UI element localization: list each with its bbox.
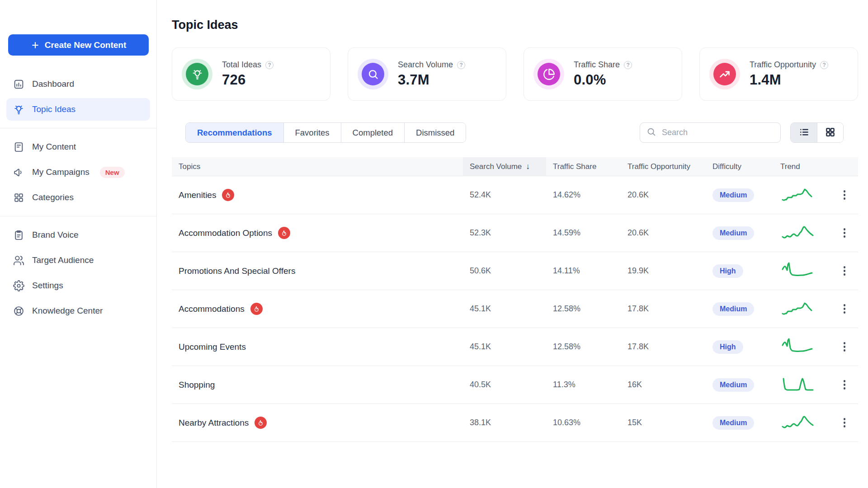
view-toggle	[790, 122, 844, 143]
difficulty-badge: Medium	[712, 378, 754, 392]
row-menu-button[interactable]	[835, 262, 854, 280]
table-row: Nearby Attractions 38.1K 10.63% 15K Medi…	[172, 404, 858, 442]
search-input[interactable]	[661, 127, 774, 138]
grid-icon	[13, 192, 24, 203]
sidebar-item-target-audience[interactable]: Target Audience	[6, 249, 150, 272]
table-row: Amenities 52.4K 14.62% 20.6K Medium	[172, 176, 858, 214]
sidebar-item-my-content[interactable]: My Content	[6, 136, 150, 158]
row-menu-button[interactable]	[835, 186, 854, 204]
page-title: Topic Ideas	[172, 18, 858, 32]
trend-cell	[774, 337, 831, 357]
column-header-actions	[831, 157, 858, 176]
plus-icon	[31, 41, 40, 50]
trend-sparkline	[780, 261, 816, 282]
search-volume-cell: 38.1K	[463, 418, 546, 427]
help-icon[interactable]	[265, 61, 274, 69]
stat-value: 726	[222, 72, 274, 88]
list-view-button[interactable]	[791, 123, 817, 142]
trend-sparkline	[780, 337, 816, 357]
topic-name: Promotions And Special Offers	[179, 266, 295, 276]
table-row: Promotions And Special Offers 50.6K 14.1…	[172, 252, 858, 290]
column-header-search-volume[interactable]: Search Volume	[463, 157, 546, 176]
stat-label: Search Volume	[398, 60, 453, 70]
row-menu-button[interactable]	[835, 224, 854, 242]
help-icon[interactable]	[820, 61, 828, 69]
column-header-traffic-share[interactable]: Traffic Share	[546, 157, 621, 176]
clipboard-icon	[13, 230, 24, 241]
table-header: Topics Search Volume Traffic Share Traff…	[172, 157, 858, 176]
nav-divider	[0, 128, 156, 128]
row-menu-button[interactable]	[835, 300, 854, 318]
traffic-share-cell: 11.3%	[546, 380, 621, 389]
controls-right	[640, 122, 844, 143]
stat-label: Total Ideas	[222, 60, 261, 70]
table-row: Accommodations 45.1K 12.58% 17.8K Medium	[172, 290, 858, 328]
stat-value: 0.0%	[574, 72, 632, 88]
tab-completed[interactable]: Completed	[341, 123, 405, 142]
tab-bar: RecommendationsFavoritesCompletedDismiss…	[185, 122, 466, 143]
sidebar-item-label: My Campaigns	[32, 167, 90, 177]
row-menu-button[interactable]	[835, 414, 854, 432]
stat-label: Traffic Share	[574, 60, 620, 70]
column-header-difficulty[interactable]: Difficulty	[706, 157, 774, 176]
users-icon	[13, 255, 24, 266]
help-icon[interactable]	[624, 61, 632, 69]
search-volume-cell: 52.4K	[463, 190, 546, 200]
sidebar-item-label: Knowledge Center	[32, 306, 103, 316]
sidebar-item-label: Settings	[32, 281, 63, 291]
difficulty-cell: Medium	[706, 226, 774, 240]
sidebar-item-knowledge-center[interactable]: Knowledge Center	[6, 300, 150, 322]
traffic-share-cell: 14.59%	[546, 228, 621, 238]
difficulty-badge: Medium	[712, 302, 754, 316]
row-menu-button[interactable]	[835, 338, 854, 356]
sidebar-item-dashboard[interactable]: Dashboard	[6, 73, 150, 95]
bar-chart-icon	[13, 79, 24, 90]
traffic-opportunity-cell: 19.9K	[621, 266, 706, 276]
traffic-opportunity-cell: 17.8K	[621, 342, 706, 352]
sidebar-item-topic-ideas[interactable]: Topic Ideas	[6, 98, 150, 121]
traffic-opportunity-cell: 20.6K	[621, 228, 706, 238]
difficulty-cell: Medium	[706, 302, 774, 316]
trend-cell	[774, 375, 831, 395]
trending-fire-icon	[250, 303, 263, 315]
topic-name: Shopping	[179, 380, 215, 390]
topic-cell: Accommodation Options	[172, 227, 463, 239]
tab-dismissed[interactable]: Dismissed	[405, 123, 466, 142]
sidebar-item-settings[interactable]: Settings	[6, 274, 150, 297]
tab-recommendations[interactable]: Recommendations	[186, 123, 284, 142]
sidebar-item-label: Brand Voice	[32, 230, 78, 240]
sidebar-item-my-campaigns[interactable]: My Campaigns New	[6, 161, 150, 183]
trend-sparkline	[780, 185, 816, 206]
column-header-topics[interactable]: Topics	[172, 157, 463, 176]
traffic-share-cell: 10.63%	[546, 418, 621, 427]
topics-table: Topics Search Volume Traffic Share Traff…	[172, 157, 858, 442]
difficulty-badge: Medium	[712, 226, 754, 240]
traffic-opportunity-cell: 16K	[621, 380, 706, 389]
help-icon[interactable]	[457, 61, 465, 69]
topic-cell: Amenities	[172, 189, 463, 201]
list-view-icon	[799, 127, 809, 139]
row-menu-button[interactable]	[835, 376, 854, 394]
stats-row: Total Ideas 726 Search Volume 3.7M Traff…	[172, 47, 858, 101]
trend-cell	[774, 413, 831, 433]
tab-favorites[interactable]: Favorites	[284, 123, 341, 142]
megaphone-icon	[13, 167, 24, 178]
column-header-traffic-opportunity[interactable]: Traffic Opportunity	[621, 157, 706, 176]
gear-icon	[13, 280, 24, 291]
traffic-share-cell: 12.58%	[546, 304, 621, 314]
search-box	[640, 122, 781, 143]
grid-view-button[interactable]	[817, 123, 843, 142]
sidebar-item-label: My Content	[32, 142, 76, 152]
trend-sparkline	[780, 299, 816, 319]
search-volume-cell: 45.1K	[463, 342, 546, 352]
create-new-content-label: Create New Content	[45, 40, 127, 50]
sort-descending-icon	[526, 162, 530, 171]
trend-sparkline	[780, 223, 816, 244]
difficulty-badge: Medium	[712, 188, 754, 202]
column-header-trend[interactable]: Trend	[774, 157, 831, 176]
sidebar-item-brand-voice[interactable]: Brand Voice	[6, 224, 150, 246]
trend-cell	[774, 261, 831, 282]
difficulty-badge: High	[712, 340, 743, 354]
sidebar-item-categories[interactable]: Categories	[6, 186, 150, 209]
create-new-content-button[interactable]: Create New Content	[8, 34, 149, 56]
